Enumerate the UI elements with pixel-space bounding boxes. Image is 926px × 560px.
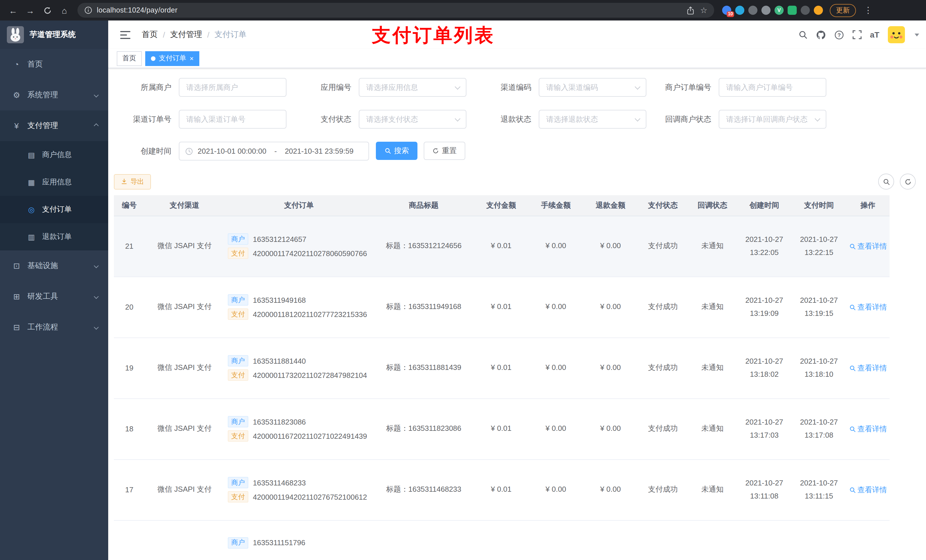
url-text[interactable]: localhost:1024/pay/order xyxy=(97,6,682,14)
column-header: 退款金额 xyxy=(583,195,638,216)
site-info-icon[interactable] xyxy=(84,6,92,14)
date-end-value[interactable]: 2021-10-31 23:59:59 xyxy=(285,147,353,155)
column-header: 支付状态 xyxy=(638,195,688,216)
payment-table-wrap: 编号支付渠道支付订单商品标题支付金额手续金额退款金额支付状态回调状态创建时间支付… xyxy=(114,195,920,560)
browser-reload-button[interactable] xyxy=(40,3,54,18)
puzzle-extension-icon[interactable] xyxy=(801,6,810,15)
hamburger-icon[interactable] xyxy=(117,28,134,41)
github-icon[interactable] xyxy=(816,30,826,39)
header-search-icon[interactable] xyxy=(798,30,807,39)
help-icon[interactable]: ? xyxy=(834,30,844,39)
address-bar[interactable]: localhost:1024/pay/order ☆ xyxy=(77,3,714,18)
view-detail-link[interactable]: 查看详情 xyxy=(849,302,887,312)
sidebar-item-label: 研发工具 xyxy=(27,291,58,302)
tag-home[interactable]: 首页 xyxy=(117,51,142,66)
toggle-search-button[interactable] xyxy=(878,174,894,190)
sidebar-item-refund-order[interactable]: ▥退款订单 xyxy=(0,223,108,251)
cell-action: 查看详情 xyxy=(846,276,890,338)
breadcrumb-item[interactable]: 首页 xyxy=(142,30,158,40)
sidebar-item-workflow[interactable]: ⊟工作流程 xyxy=(0,312,108,343)
column-header: 商品标题 xyxy=(374,195,474,216)
extension-grid-icon[interactable]: 10 xyxy=(722,6,731,15)
font-size-icon[interactable]: aT xyxy=(870,30,879,39)
browser-forward-button[interactable]: → xyxy=(23,3,38,18)
merchant-badge: 商户 xyxy=(228,477,248,488)
filter-text-input[interactable] xyxy=(719,78,826,97)
cell-title: 标题：1635311468233 xyxy=(374,459,474,520)
pay-badge: 支付 xyxy=(228,491,248,503)
chevron-down-icon xyxy=(94,264,99,268)
sidebar-item-home[interactable]: ◔首页 xyxy=(0,49,108,80)
cell-fee-amount: ¥ 0.00 xyxy=(528,459,583,520)
drop-extension-icon[interactable] xyxy=(735,6,744,15)
table-row: 17微信 JSAPI 支付商户1635311468233支付4200001194… xyxy=(114,459,890,520)
sidebar-item-label: 商户信息 xyxy=(42,150,72,160)
sidebar-item-pay[interactable]: ¥支付管理 xyxy=(0,110,108,141)
breadcrumb-item[interactable]: 支付管理 xyxy=(170,30,202,40)
filter-select-input[interactable] xyxy=(719,110,826,128)
chevron-down-icon[interactable] xyxy=(915,33,919,36)
cell-pay-amount: ¥ 0.01 xyxy=(474,338,528,398)
sidebar-item-system[interactable]: ⚙系统管理 xyxy=(0,80,108,110)
cell-paid-time: 2021-10-27 13:19:15 xyxy=(791,276,846,338)
cell-refund-amount: ¥ 0.00 xyxy=(583,398,638,459)
tag-label: 支付订单 xyxy=(159,53,186,63)
vue-devtools-icon[interactable]: V xyxy=(775,6,784,15)
table-row: 21微信 JSAPI 支付商户1635312124657支付4200001174… xyxy=(114,216,890,276)
cell-created-time: 2021-10-27 13:17:03 xyxy=(737,398,791,459)
close-icon[interactable]: × xyxy=(190,55,194,62)
cell-title: 标题：1635311823086 xyxy=(374,398,474,459)
merchant-card-icon: ▤ xyxy=(26,151,36,159)
view-detail-label: 查看详情 xyxy=(857,241,887,251)
app-title: 芋道管理系统 xyxy=(30,30,76,40)
pay-no: 4200001181202110277723215336 xyxy=(253,310,367,318)
grey-extension-icon[interactable] xyxy=(761,6,770,15)
filter-select-input[interactable] xyxy=(359,78,466,97)
filter-field: 渠道订单号 xyxy=(114,110,294,128)
sidebar-item-infra[interactable]: ⊡基础设施 xyxy=(0,251,108,281)
browser-update-button[interactable]: 更新 xyxy=(830,4,856,17)
filter-row-1: 所属商户应用编号渠道编码商户订单编号 xyxy=(114,78,920,97)
user-avatar[interactable] xyxy=(888,26,905,43)
camera-extension-icon[interactable] xyxy=(748,6,757,15)
sidebar-item-merchant-info[interactable]: ▤商户信息 xyxy=(0,141,108,169)
refresh-table-button[interactable] xyxy=(900,174,916,190)
filter-select-input[interactable] xyxy=(539,78,646,97)
cell-channel: 微信 JSAPI 支付 xyxy=(145,459,224,520)
pay-badge: 支付 xyxy=(228,308,248,320)
view-detail-link[interactable]: 查看详情 xyxy=(849,241,887,251)
cell-created-time: 2021-10-27 13:11:08 xyxy=(737,459,791,520)
green-extension-icon[interactable] xyxy=(788,6,797,15)
filter-select-input[interactable] xyxy=(359,110,466,128)
search-button[interactable]: 搜索 xyxy=(376,142,418,160)
profile-avatar-icon[interactable] xyxy=(814,6,823,15)
filter-text-input[interactable] xyxy=(179,78,286,97)
breadcrumb-separator: / xyxy=(163,30,165,39)
browser-home-button[interactable]: ⌂ xyxy=(57,3,72,18)
date-start-value[interactable]: 2021-10-01 00:00:00 xyxy=(198,147,266,155)
filter-select-input[interactable] xyxy=(539,110,646,128)
view-detail-link[interactable]: 查看详情 xyxy=(849,485,887,495)
cell-created-time: 2021-10-27 13:22:05 xyxy=(737,216,791,276)
cell-id: 21 xyxy=(114,216,145,276)
sidebar-item-devtools[interactable]: ⊞研发工具 xyxy=(0,281,108,312)
share-icon[interactable] xyxy=(687,6,694,15)
pay-no-line: 支付4200001194202110276752100612 xyxy=(228,491,371,503)
export-button[interactable]: 导出 xyxy=(114,174,151,189)
tag-pay-order[interactable]: 支付订单 × xyxy=(145,51,199,66)
view-detail-link[interactable]: 查看详情 xyxy=(849,424,887,434)
fullscreen-icon[interactable] xyxy=(852,30,861,39)
sidebar-item-app-info[interactable]: ▦应用信息 xyxy=(0,169,108,196)
browser-menu-icon[interactable]: ⋮ xyxy=(862,5,875,15)
sidebar-item-pay-order[interactable]: ◎支付订单 xyxy=(0,196,108,223)
bookmark-star-icon[interactable]: ☆ xyxy=(700,6,707,15)
reset-button[interactable]: 重置 xyxy=(424,142,465,160)
filter-text-input[interactable] xyxy=(179,110,286,128)
app-logo-row[interactable]: 芋道管理系统 xyxy=(0,21,108,49)
browser-back-button[interactable]: ← xyxy=(6,3,21,18)
view-detail-link[interactable]: 查看详情 xyxy=(849,363,887,373)
app-logo xyxy=(7,26,24,43)
cell-pay-status: 支付成功 xyxy=(638,398,688,459)
date-range-picker[interactable]: 2021-10-01 00:00:00 - 2021-10-31 23:59:5… xyxy=(179,142,369,160)
chevron-down-icon xyxy=(94,294,99,299)
